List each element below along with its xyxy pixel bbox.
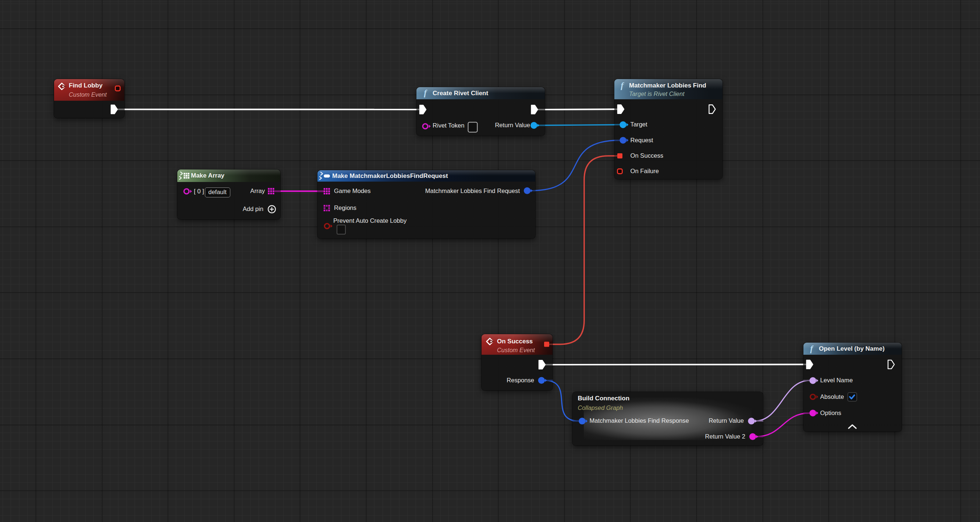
svg-text:f: f — [810, 344, 814, 353]
svg-text:f: f — [424, 88, 428, 97]
svg-text:f: f — [620, 81, 624, 90]
